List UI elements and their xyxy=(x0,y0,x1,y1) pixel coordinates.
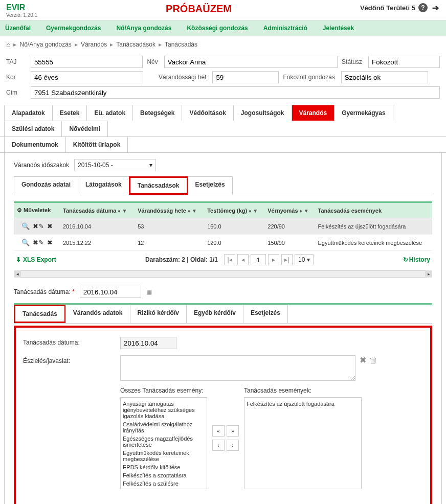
horizontal-scrollbar[interactable]: ◂ ▸ xyxy=(14,270,432,278)
page-size-select[interactable]: 10 ▾ xyxy=(295,254,314,265)
sort-icon[interactable]: ♦ xyxy=(188,208,190,214)
clear-icon[interactable]: ✖ xyxy=(360,355,366,365)
list-item[interactable]: Felkészítés a szoptatásra xyxy=(123,471,205,479)
dtab-egyeb[interactable]: Egyéb kérdőív xyxy=(186,305,243,323)
detail-section: Tanácsadás dátuma: * ▦ Tanácsadás Várand… xyxy=(14,286,432,504)
nav-admin[interactable]: Adminisztráció xyxy=(263,25,307,32)
scroll-right-icon[interactable]: ▸ xyxy=(425,270,432,278)
move-left-button[interactable]: ‹ xyxy=(212,440,225,451)
subtab-esetjelzes[interactable]: Esetjelzés xyxy=(188,176,233,195)
nav-kozossegi[interactable]: Közösségi gondozás xyxy=(187,25,248,32)
nav-jelentesek[interactable]: Jelentések xyxy=(323,25,354,32)
archive-icon[interactable]: 🗑 xyxy=(369,356,377,365)
detail-date-input[interactable] xyxy=(80,286,141,298)
tab-szulesi[interactable]: Szülési adatok xyxy=(4,121,62,136)
breadcrumb-item[interactable]: Nő/Anya gondozás xyxy=(19,41,71,48)
pager-first-icon[interactable]: |◂ xyxy=(224,254,235,265)
tab-betegsegek[interactable]: Betegségek xyxy=(132,105,182,121)
form-obs-textarea[interactable] xyxy=(120,355,355,381)
kor-field[interactable] xyxy=(31,71,143,83)
delete-icon[interactable]: ✖ xyxy=(47,222,53,230)
sel-events-label: Tanácsadás események: xyxy=(244,387,362,394)
dtab-tanacsadas[interactable]: Tanácsadás xyxy=(14,305,66,323)
list-item[interactable]: Anyasági támogatás igénybevételéhez szük… xyxy=(123,400,205,420)
status-field[interactable] xyxy=(368,56,440,68)
tab-gyermekagyas[interactable]: Gyermekágyas xyxy=(334,105,393,121)
cim-field[interactable] xyxy=(31,86,440,99)
filter-icon[interactable]: ▼ xyxy=(122,208,127,214)
move-right-button[interactable]: › xyxy=(227,440,239,451)
move-all-left-button[interactable]: « xyxy=(212,425,225,437)
list-item[interactable]: Együttműködés kereteinek megbeszélése xyxy=(123,449,205,463)
tools-icon[interactable]: ✖✎ xyxy=(33,239,44,246)
help-icon[interactable]: ? xyxy=(418,3,428,12)
move-all-right-button[interactable]: » xyxy=(227,425,239,437)
tab-novedelmi[interactable]: Nővédelmi xyxy=(61,121,108,136)
pager-last-icon[interactable]: ▸| xyxy=(281,254,293,265)
search-icon[interactable]: 🔍 xyxy=(21,222,30,230)
pager-next-icon[interactable]: ▸ xyxy=(268,254,279,265)
count-text: Darabszám: 2 | Oldal: 1/1 xyxy=(145,256,218,263)
tab-euadatok[interactable]: Eü. adatok xyxy=(86,105,133,121)
dtab-riziko[interactable]: Rizikó kérdőív xyxy=(130,305,187,323)
list-item[interactable]: Családvédelmi szolgálathoz irányítás xyxy=(123,420,205,434)
dtab-esetjelzes[interactable]: Esetjelzés xyxy=(243,305,288,323)
cim-label: Cím xyxy=(6,89,27,96)
sel-events-listbox[interactable]: Felkészítés az újszülött fogadására xyxy=(244,397,362,489)
sort-icon[interactable]: ♦ xyxy=(118,208,120,214)
history-button[interactable]: ↻ History xyxy=(403,256,430,263)
logout-icon[interactable]: ➔ xyxy=(431,3,440,12)
scroll-left-icon[interactable]: ◂ xyxy=(14,270,21,278)
subtab-gondozas[interactable]: Gondozás adatai xyxy=(14,176,78,195)
all-events-listbox[interactable]: Anyasági támogatás igénybevételéhez szük… xyxy=(120,397,207,489)
tab-vedooltasok[interactable]: Védőoltások xyxy=(182,105,233,121)
gear-icon[interactable]: ⚙ xyxy=(17,207,22,213)
subtab-tanacsadasok[interactable]: Tanácsadások xyxy=(129,176,188,195)
breadcrumb-item[interactable]: Várandós xyxy=(81,41,107,48)
nav-noanya[interactable]: Nő/Anya gondozás xyxy=(116,25,171,32)
tab-urlapok[interactable]: Kitöltött űrlapok xyxy=(65,136,128,152)
filter-icon[interactable]: ▼ xyxy=(253,208,258,214)
tab-varandos[interactable]: Várandós xyxy=(292,105,335,121)
period-select[interactable]: 2015-10-05 - ▾ xyxy=(74,159,156,171)
dtab-varandos[interactable]: Várandós adatok xyxy=(65,305,130,323)
list-item[interactable]: Egészséges magzatfejlődés ismertetése xyxy=(123,434,205,449)
filter-icon[interactable]: ▼ xyxy=(192,208,197,214)
tools-icon[interactable]: ✖✎ xyxy=(33,222,44,230)
table-row[interactable]: 🔍✖✎✖ 2015.12.22 12 120.0 150/90 Együttmű… xyxy=(14,235,432,251)
gondozas-field[interactable] xyxy=(341,71,428,83)
status-label: Státusz xyxy=(342,58,364,65)
pager-prev-icon[interactable]: ◂ xyxy=(237,254,249,265)
list-item[interactable]: Felkészítés az újszülött fogadására xyxy=(247,400,359,408)
breadcrumb-item[interactable]: Tanácsadások xyxy=(116,41,155,48)
chevron-down-icon: ▾ xyxy=(149,162,152,169)
taj-field[interactable] xyxy=(31,56,143,68)
list-item[interactable]: EPDS kérdőív kitöltése xyxy=(123,463,205,471)
nav-gyermek[interactable]: Gyermekgondozás xyxy=(46,25,101,32)
tab-dokumentumok[interactable]: Dokumentumok xyxy=(4,136,66,152)
breadcrumb: ⌂ ▸ Nő/Anya gondozás ▸ Várandós ▸ Tanács… xyxy=(0,36,446,53)
nev-field[interactable] xyxy=(164,56,338,68)
list-item[interactable]: Felkészítés a szülésre xyxy=(123,479,205,488)
table-row[interactable]: 🔍✖✎✖ 2016.10.04 53 160.0 220/90 Felkészí… xyxy=(14,218,432,235)
nav-uzenofal[interactable]: Üzenőfal xyxy=(5,25,31,32)
calendar-icon[interactable]: ▦ xyxy=(146,288,152,295)
tab-jogosultsagok[interactable]: Jogosultságok xyxy=(233,105,292,121)
sort-icon[interactable]: ♦ xyxy=(249,208,251,214)
home-icon[interactable]: ⌂ xyxy=(6,40,10,49)
sort-icon[interactable]: ♦ xyxy=(300,208,302,214)
patient-info: TAJ Név Státusz Kor Várandóssági hét Fok… xyxy=(0,53,446,105)
period-label: Várandós időszakok xyxy=(14,162,69,169)
tab-alapadatok[interactable]: Alapadatok xyxy=(4,105,53,121)
xls-export-button[interactable]: ⬇ XLS Export xyxy=(16,256,56,263)
delete-icon[interactable]: ✖ xyxy=(47,239,53,246)
subtab-latogatasok[interactable]: Látogatások xyxy=(78,176,129,195)
form-panel: Tanácsadás dátuma: Észlelés/javaslat: ✖ … xyxy=(14,326,432,504)
search-icon[interactable]: 🔍 xyxy=(21,239,30,246)
tab-esetek[interactable]: Esetek xyxy=(52,105,87,121)
form-obs-label: Észlelés/javaslat: xyxy=(23,355,120,364)
pager-page-input[interactable] xyxy=(251,254,266,265)
filter-icon[interactable]: ▼ xyxy=(304,208,309,214)
het-field[interactable] xyxy=(212,71,279,83)
data-table: ⚙ Műveletek Tanácsadás dátuma♦▼ Várandós… xyxy=(14,201,432,278)
